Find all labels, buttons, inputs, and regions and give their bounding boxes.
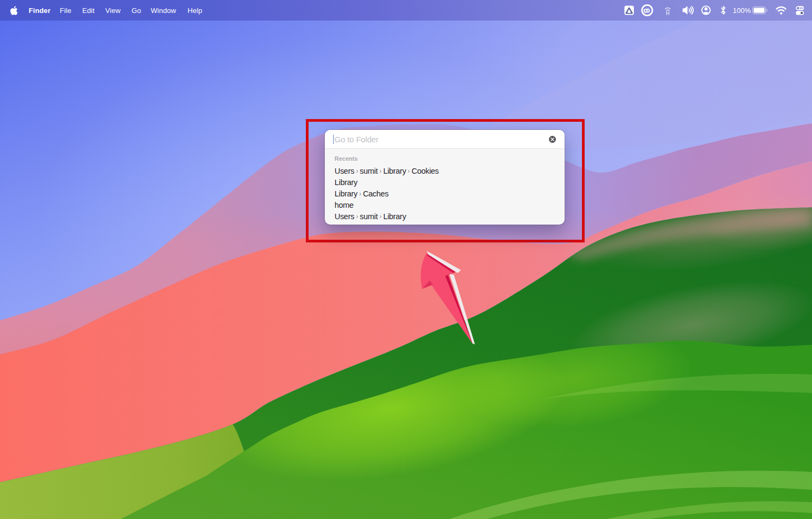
- svg-text:100%: 100%: [733, 6, 751, 15]
